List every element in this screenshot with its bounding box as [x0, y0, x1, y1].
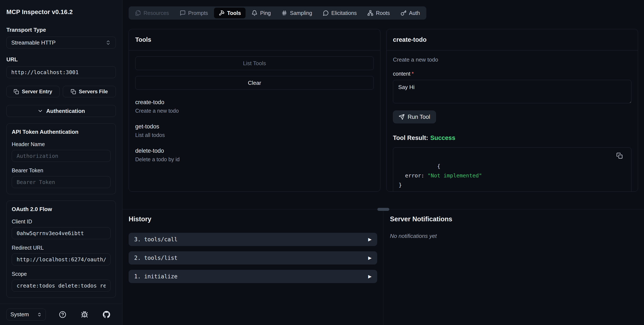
server-entry-label: Server Entry: [22, 88, 52, 94]
tab-sampling-label: Sampling: [290, 10, 312, 16]
scope-label: Scope: [12, 271, 110, 277]
tab-sampling[interactable]: Sampling: [277, 8, 317, 18]
chevrons-up-down-icon: [106, 40, 111, 45]
list-tools-button[interactable]: List Tools: [135, 56, 374, 70]
history-item-label: 3. tools/call: [134, 236, 178, 242]
tool-list-item-create-todo[interactable]: create-todo Create a new todo: [135, 99, 374, 114]
client-id-input[interactable]: [12, 227, 110, 239]
bearer-token-field: Bearer Token: [12, 168, 110, 188]
tool-detail-header: create-todo: [386, 29, 638, 50]
tool-list-item-get-todos[interactable]: get-todos List all todos: [135, 123, 374, 138]
authentication-toggle[interactable]: Authentication: [6, 105, 116, 117]
copy-icon: [616, 146, 629, 165]
tool-name: create-todo: [135, 99, 374, 106]
expand-arrow-icon: ▶: [368, 237, 372, 242]
json-close-brace: }: [399, 182, 402, 188]
theme-select[interactable]: System: [6, 308, 46, 320]
history-item-tools-call[interactable]: 3. tools/call ▶: [129, 233, 377, 246]
tab-roots-label: Roots: [376, 10, 390, 16]
bearer-token-input[interactable]: [12, 176, 110, 188]
transport-type-label: Transport Type: [6, 26, 116, 33]
redirect-url-input[interactable]: [12, 254, 110, 265]
api-token-card: API Token Authentication Header Name Bea…: [6, 123, 116, 194]
tool-description: Delete a todo by id: [135, 156, 374, 162]
server-entry-button[interactable]: Server Entry: [6, 86, 60, 97]
run-tool-button[interactable]: Run Tool: [393, 110, 436, 123]
sidebar-footer: System: [0, 304, 122, 325]
help-circle-icon: [59, 311, 66, 318]
servers-file-button[interactable]: Servers File: [63, 86, 116, 97]
run-tool-label: Run Tool: [408, 114, 430, 120]
notifications-panel: Server Notifications No notifications ye…: [383, 209, 644, 325]
hash-icon: [281, 10, 287, 16]
sidebar-content: MCP Inspector v0.16.2 Transport Type Str…: [0, 0, 122, 304]
tab-auth[interactable]: Auth: [396, 8, 425, 18]
chevrons-up-down-icon: [37, 312, 42, 317]
tool-result-line: Tool Result:Success: [393, 134, 632, 142]
json-key: error:: [399, 172, 428, 179]
clear-button[interactable]: Clear: [135, 76, 374, 90]
sidebar: MCP Inspector v0.16.2 Transport Type Str…: [0, 0, 122, 325]
transport-type-value: Streamable HTTP: [11, 40, 56, 46]
transport-type-select[interactable]: Streamable HTTP: [6, 37, 116, 48]
copy-result-button[interactable]: [618, 151, 628, 160]
expand-arrow-icon: ▶: [368, 255, 372, 260]
files-icon: [135, 10, 141, 16]
api-token-title: API Token Authentication: [12, 129, 110, 135]
authentication-toggle-label: Authentication: [46, 108, 85, 114]
github-button[interactable]: [101, 310, 112, 320]
tab-resources-label: Resources: [144, 10, 169, 16]
tool-detail-body: Create a new todo content* Say Hi Run To…: [386, 50, 638, 192]
notifications-title: Server Notifications: [390, 215, 638, 223]
url-input[interactable]: [6, 66, 116, 78]
theme-value: System: [10, 311, 29, 318]
content-panels: Tools List Tools Clear create-todo Creat…: [122, 20, 644, 192]
tab-elicitations[interactable]: Elicitations: [318, 8, 362, 18]
transport-type-field: Transport Type Streamable HTTP: [6, 26, 116, 48]
github-icon: [103, 311, 110, 318]
hammer-icon: [219, 10, 225, 16]
tab-resources[interactable]: Resources: [130, 8, 174, 18]
message-circle-icon: [323, 10, 329, 16]
send-icon: [399, 114, 405, 120]
tool-description: List all todos: [135, 132, 374, 138]
url-label: URL: [6, 56, 116, 63]
tool-result-json: { error: "Not implemented" }: [393, 148, 632, 192]
tab-ping[interactable]: Ping: [247, 8, 275, 18]
app-root: MCP Inspector v0.16.2 Transport Type Str…: [0, 0, 644, 325]
history-item-tools-list[interactable]: 2. tools/list ▶: [129, 251, 377, 264]
notifications-empty-text: No notifications yet: [390, 233, 638, 240]
redirect-url-label: Redirect URL: [12, 245, 110, 251]
bug-icon: [81, 311, 88, 318]
tool-list-item-delete-todo[interactable]: delete-todo Delete a todo by id: [135, 148, 374, 162]
history-title: History: [129, 215, 377, 223]
app-title: MCP Inspector v0.16.2: [6, 8, 116, 16]
json-string-value: "Not implemented": [428, 172, 482, 179]
tab-prompts-label: Prompts: [188, 10, 208, 16]
chevron-down-icon: [37, 108, 43, 114]
scope-input[interactable]: [12, 280, 110, 292]
tab-tools-label: Tools: [227, 10, 241, 16]
tools-panel-header: Tools: [129, 29, 380, 50]
tab-elicitations-label: Elicitations: [331, 10, 357, 16]
tab-prompts[interactable]: Prompts: [175, 8, 213, 18]
bottom-section: History 3. tools/call ▶ 2. tools/list ▶ …: [122, 209, 644, 325]
help-button[interactable]: [58, 310, 68, 320]
debug-button[interactable]: [80, 310, 90, 320]
tool-result-status: Success: [430, 134, 455, 141]
content-input[interactable]: Say Hi: [393, 80, 632, 103]
tab-bar: Resources Prompts Tools: [129, 6, 426, 20]
tool-list: create-todo Create a new todo get-todos …: [135, 99, 374, 162]
split-drag-handle[interactable]: [377, 208, 389, 211]
history-item-label: 2. tools/list: [134, 255, 178, 261]
tools-panel: Tools List Tools Clear create-todo Creat…: [129, 29, 380, 192]
url-field: URL: [6, 56, 116, 78]
tool-name: delete-todo: [135, 148, 374, 154]
history-item-initialize[interactable]: 1. initialize ▶: [129, 270, 377, 283]
header-name-input[interactable]: [12, 150, 110, 162]
network-icon: [367, 10, 373, 16]
tab-roots[interactable]: Roots: [363, 8, 394, 18]
main-area: Resources Prompts Tools: [122, 0, 644, 325]
tab-tools[interactable]: Tools: [214, 8, 246, 18]
required-marker: *: [412, 71, 414, 77]
